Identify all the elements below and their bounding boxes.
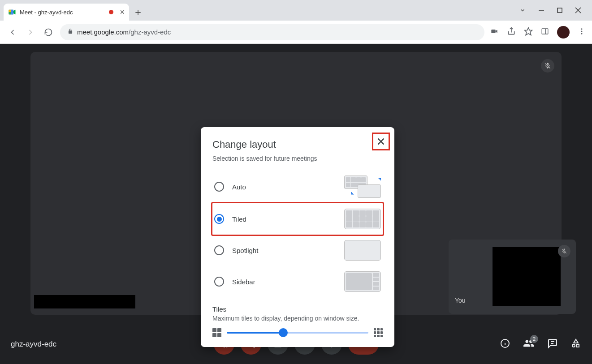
option-label: Tiled (232, 215, 336, 223)
fewer-tiles-icon (212, 328, 221, 337)
participants-button[interactable]: 2 (523, 338, 535, 351)
self-label: You (455, 297, 466, 304)
svg-rect-30 (576, 344, 579, 347)
svg-marker-28 (574, 339, 578, 343)
window-controls (509, 0, 592, 21)
address-bar-row: meet.google.com/ghz-ayvd-edc (0, 21, 592, 44)
more-tiles-icon (374, 328, 383, 337)
svg-rect-3 (11, 10, 13, 15)
svg-rect-5 (557, 8, 562, 13)
self-video-tile[interactable]: You (449, 240, 576, 314)
meet-favicon-icon (8, 8, 16, 16)
meeting-details-button[interactable] (500, 338, 510, 351)
tab-close-icon[interactable]: × (120, 8, 125, 17)
chat-button[interactable] (547, 338, 558, 351)
participants-count-badge: 2 (530, 335, 538, 343)
svg-point-29 (572, 344, 575, 347)
camera-icon[interactable] (490, 28, 499, 37)
radio-tiled[interactable] (214, 214, 224, 224)
spotlight-thumb-icon (344, 240, 381, 261)
profile-avatar[interactable] (557, 26, 570, 39)
svg-marker-10 (525, 27, 532, 35)
svg-rect-11 (542, 29, 548, 34)
tab-strip: Meet - ghz-ayvd-edc × ＋ (0, 0, 592, 21)
radio-sidebar[interactable] (214, 277, 224, 287)
svg-point-14 (581, 30, 583, 32)
browser-chrome: Meet - ghz-ayvd-edc × ＋ meet.google.com/… (0, 0, 592, 44)
participant-muted-icon (541, 59, 554, 73)
right-controls: 2 (500, 338, 581, 351)
menu-dots-icon[interactable] (578, 27, 586, 37)
browser-tab[interactable]: Meet - ghz-ayvd-edc × (4, 4, 129, 21)
tiles-section-title: Tiles (212, 305, 383, 313)
tiles-slider-row (212, 328, 383, 337)
svg-point-15 (581, 33, 583, 34)
tiles-section-subtitle: Maximum tiles to display, depending on w… (212, 315, 383, 322)
option-label: Auto (232, 183, 336, 191)
dialog-subtitle: Selection is saved for future meetings (212, 155, 383, 162)
radio-auto[interactable] (214, 182, 224, 192)
svg-rect-1 (9, 10, 11, 12)
window-close-button[interactable] (575, 7, 581, 13)
tab-title: Meet - ghz-ayvd-edc (20, 9, 105, 16)
share-icon[interactable] (507, 27, 516, 38)
reload-button[interactable] (42, 26, 55, 39)
recording-indicator-icon (109, 10, 113, 14)
layout-option-tiled[interactable]: Tiled (211, 202, 384, 236)
meet-content: You ghz-ayvd-edc CC 2 Change layout Sele… (0, 44, 592, 364)
meeting-code: ghz-ayvd-edc (11, 340, 56, 349)
svg-point-13 (581, 28, 583, 30)
sidebar-thumb-icon (344, 271, 381, 292)
back-button[interactable] (6, 26, 19, 39)
dialog-title: Change layout (212, 139, 383, 150)
forward-button[interactable] (24, 26, 37, 39)
svg-rect-8 (491, 30, 495, 33)
side-panel-icon[interactable] (541, 27, 549, 37)
address-bar[interactable]: meet.google.com/ghz-ayvd-edc (60, 24, 484, 40)
bookmark-icon[interactable] (524, 27, 533, 38)
minimize-button[interactable] (538, 7, 544, 13)
new-tab-button[interactable]: ＋ (129, 4, 147, 21)
tiles-slider[interactable] (227, 332, 368, 334)
chevron-down-icon[interactable] (519, 7, 526, 13)
radio-spotlight[interactable] (214, 245, 224, 255)
slider-knob[interactable] (279, 328, 288, 337)
layout-option-sidebar[interactable]: Sidebar (212, 266, 383, 297)
dialog-close-button[interactable] (372, 133, 390, 150)
self-thumbnail-black (493, 247, 561, 306)
tiled-thumb-icon (344, 209, 381, 229)
maximize-button[interactable] (557, 8, 562, 13)
self-muted-icon (558, 245, 570, 257)
option-label: Spotlight (232, 247, 336, 254)
layout-option-spotlight[interactable]: Spotlight (212, 235, 383, 266)
layout-option-auto[interactable]: Auto (212, 170, 383, 203)
activities-button[interactable] (570, 338, 581, 351)
option-label: Sidebar (232, 278, 336, 286)
auto-thumb-icon (344, 176, 381, 198)
lock-icon (67, 28, 73, 36)
address-bar-right (490, 26, 586, 39)
url-host: meet.google.com/ghz-ayvd-edc (77, 28, 171, 36)
svg-rect-2 (9, 12, 11, 14)
redacted-name (34, 295, 135, 308)
change-layout-dialog: Change layout Selection is saved for fut… (201, 127, 394, 347)
